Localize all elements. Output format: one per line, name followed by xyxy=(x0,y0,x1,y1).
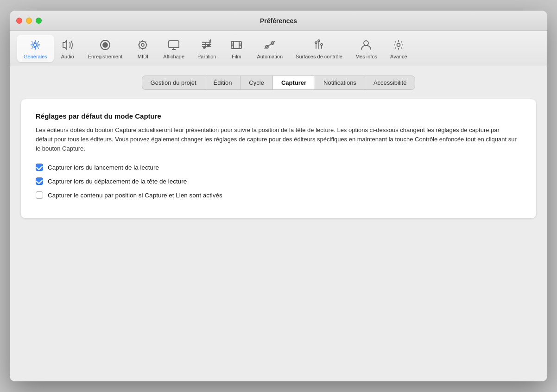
checkbox-2[interactable] xyxy=(36,177,43,185)
subtab-notifications[interactable]: Notifications xyxy=(315,76,365,89)
audio-icon xyxy=(60,38,75,52)
toolbar-mesinfos-label: Mes infos xyxy=(355,54,377,59)
svg-point-0 xyxy=(34,44,37,47)
user-icon xyxy=(359,38,373,52)
toolbar-generales[interactable]: Générales xyxy=(17,35,54,62)
toolbar-enregistrement[interactable]: Enregistrement xyxy=(82,35,129,62)
toolbar-film[interactable]: Film xyxy=(222,35,250,62)
checkbox-3-label[interactable]: Capturer le contenu par position si Capt… xyxy=(48,192,222,199)
automation-icon xyxy=(262,38,277,52)
toolbar-affichage-label: Affichage xyxy=(163,54,184,59)
preferences-window: Préférences Générales Audio xyxy=(10,11,547,381)
checkbox-1-label[interactable]: Capturer lors du lancement de la lecture xyxy=(48,164,159,171)
toolbar-surfaces-label: Surfaces de contrôle xyxy=(296,54,342,59)
toolbar-partition-label: Partition xyxy=(197,54,216,59)
subtab-bar: Gestion du projet Édition Cycle Capturer… xyxy=(142,76,416,90)
subtab-gestion[interactable]: Gestion du projet xyxy=(142,76,205,89)
toolbar-mesinfos[interactable]: Mes infos xyxy=(349,35,384,62)
checkbox-3[interactable] xyxy=(36,191,43,199)
toolbar-avance-label: Avancé xyxy=(390,54,407,59)
svg-point-29 xyxy=(364,41,368,45)
svg-point-3 xyxy=(103,43,108,47)
toolbar-partition[interactable]: Partition xyxy=(191,35,222,62)
toolbar-audio-label: Audio xyxy=(61,54,74,59)
panel-title: Réglages par défaut du mode Capture xyxy=(36,112,521,120)
midi-icon xyxy=(135,38,150,52)
close-button[interactable] xyxy=(16,18,22,24)
checkbox-row-1: Capturer lors du lancement de la lecture xyxy=(36,164,521,171)
window-title: Préférences xyxy=(260,17,297,25)
svg-point-26 xyxy=(315,42,317,44)
svg-point-4 xyxy=(139,41,146,49)
svg-line-20 xyxy=(267,43,272,47)
toolbar-midi-label: MIDI xyxy=(138,54,148,59)
toolbar-audio[interactable]: Audio xyxy=(54,35,82,62)
surfaces-icon xyxy=(311,38,326,52)
window-controls xyxy=(16,18,42,24)
film-icon xyxy=(229,38,244,52)
subtab-cycle[interactable]: Cycle xyxy=(241,76,273,89)
checkbox-row-3: Capturer le contenu par position si Capt… xyxy=(36,191,521,199)
svg-rect-11 xyxy=(231,41,241,49)
toolbar-midi[interactable]: MIDI xyxy=(129,35,157,62)
display-icon xyxy=(166,38,181,52)
svg-point-27 xyxy=(318,40,320,42)
svg-point-30 xyxy=(397,44,400,47)
toolbar-automation-label: Automation xyxy=(257,54,283,59)
checkbox-2-label[interactable]: Capturer lors du déplacement de la tête … xyxy=(48,178,187,185)
toolbar-avance[interactable]: Avancé xyxy=(384,35,414,62)
advanced-icon xyxy=(391,38,406,52)
toolbar-enregistrement-label: Enregistrement xyxy=(88,54,123,59)
maximize-button[interactable] xyxy=(36,18,42,24)
toolbar-film-label: Film xyxy=(232,54,241,59)
subtab-capturer[interactable]: Capturer xyxy=(273,76,315,89)
record-icon xyxy=(98,38,113,52)
toolbar: Générales Audio Enregistrement xyxy=(10,31,547,66)
main-panel: Réglages par défaut du mode Capture Les … xyxy=(21,99,536,218)
toolbar-generales-label: Générales xyxy=(24,54,47,59)
minimize-button[interactable] xyxy=(26,18,32,24)
svg-rect-6 xyxy=(169,41,179,48)
panel-description: Les éditeurs dotés du bouton Capture act… xyxy=(36,126,518,153)
toolbar-affichage[interactable]: Affichage xyxy=(157,35,191,62)
svg-point-5 xyxy=(141,44,144,46)
score-icon xyxy=(199,38,214,52)
subtab-accessibilite[interactable]: Accessibilité xyxy=(365,76,415,89)
svg-point-28 xyxy=(321,44,323,45)
gear-icon xyxy=(28,38,43,52)
checkbox-1[interactable] xyxy=(36,164,43,171)
titlebar: Préférences xyxy=(10,11,547,31)
checkbox-row-2: Capturer lors du déplacement de la tête … xyxy=(36,177,521,185)
toolbar-automation[interactable]: Automation xyxy=(250,35,289,62)
content-area: Gestion du projet Édition Cycle Capturer… xyxy=(10,66,547,381)
subtab-edition[interactable]: Édition xyxy=(205,76,241,89)
toolbar-surfaces[interactable]: Surfaces de contrôle xyxy=(289,35,349,62)
